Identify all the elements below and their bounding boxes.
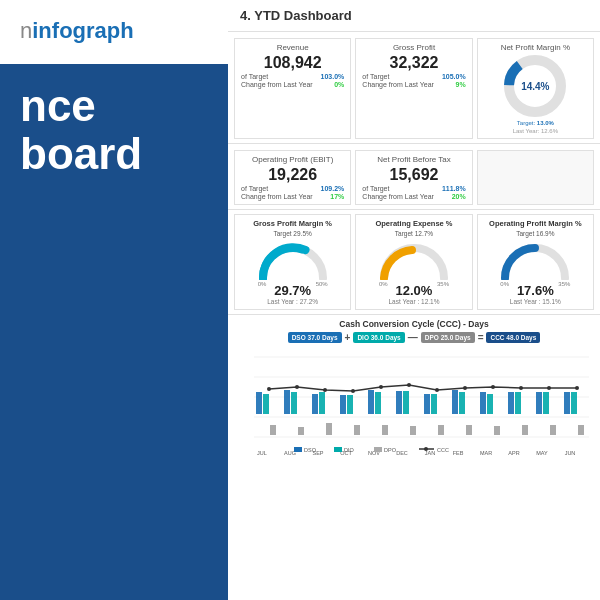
svg-text:DPO: DPO (384, 447, 397, 453)
kpi-net-profit-margin: Net Profit Margin % 14.4% Target: 13.0% … (477, 38, 594, 139)
svg-rect-33 (494, 426, 500, 435)
svg-rect-16 (340, 395, 346, 414)
svg-rect-37 (536, 392, 542, 414)
svg-text:APR: APR (508, 450, 519, 456)
subtitle2: board (20, 130, 208, 178)
svg-point-43 (267, 387, 271, 391)
svg-rect-28 (452, 390, 458, 414)
kpi-row-1: Revenue 108,942 of Target 103.0% Change … (228, 32, 600, 144)
gauge-opm: Operating Profit Margin % Target 16.9% 0… (477, 214, 594, 310)
kpi-revenue-sub: of Target 103.0% (241, 73, 344, 80)
svg-text:JUN: JUN (565, 450, 576, 456)
badge-dpo: DPO 25.0 Days (421, 332, 475, 343)
logo-area: ninfograph (0, 0, 228, 54)
svg-rect-29 (459, 392, 465, 414)
left-panel: ninfograph nce board (0, 0, 228, 600)
kpi-revenue-title: Revenue (241, 43, 344, 52)
right-panel: 4. YTD Dashboard Revenue 108,942 of Targ… (228, 0, 600, 600)
svg-rect-14 (319, 392, 325, 414)
svg-rect-32 (487, 394, 493, 414)
donut-chart: 14.4% (503, 54, 567, 118)
svg-rect-11 (291, 392, 297, 414)
subtitle1: nce (20, 82, 208, 130)
svg-rect-23 (403, 391, 409, 414)
svg-text:MAR: MAR (480, 450, 492, 456)
kpi-npt-value: 15,692 (362, 166, 465, 184)
svg-rect-40 (564, 392, 570, 414)
svg-point-47 (379, 385, 383, 389)
svg-rect-10 (284, 390, 290, 414)
svg-point-48 (407, 383, 411, 387)
svg-rect-20 (375, 392, 381, 414)
kpi-ebit: Operating Profit (EBIT) 19,226 of Target… (234, 150, 351, 205)
kpi-gross-profit: Gross Profit 32,322 of Target 105.0% Cha… (355, 38, 472, 139)
svg-rect-71 (374, 447, 382, 452)
svg-text:CCC: CCC (437, 447, 449, 453)
ccc-title: Cash Conversion Cycle (CCC) - Days (234, 319, 594, 329)
svg-rect-31 (480, 392, 486, 414)
svg-rect-26 (431, 394, 437, 414)
svg-text:FEB: FEB (453, 450, 464, 456)
svg-point-46 (351, 389, 355, 393)
svg-text:MAY: MAY (536, 450, 548, 456)
svg-rect-38 (543, 392, 549, 414)
kpi-net-profit-tax: Net Profit Before Tax 15,692 of Target 1… (355, 150, 472, 205)
kpi-ebit-value: 19,226 (241, 166, 344, 184)
kpi-revenue: Revenue 108,942 of Target 103.0% Change … (234, 38, 351, 139)
gauge-opex: Operating Expense % Target 12.7% 0% 35% … (355, 214, 472, 310)
ccc-chart-svg: JUL AUG SEP OCT NOV DEC JAN FEB MAR APR … (234, 347, 594, 457)
svg-rect-42 (578, 425, 584, 435)
kpi-npt-title: Net Profit Before Tax (362, 155, 465, 164)
kpi-ebit-title: Operating Profit (EBIT) (241, 155, 344, 164)
svg-rect-12 (298, 427, 304, 435)
svg-rect-36 (522, 425, 528, 435)
svg-rect-21 (382, 425, 388, 435)
svg-point-74 (424, 447, 428, 451)
svg-rect-22 (396, 391, 402, 414)
svg-rect-19 (368, 390, 374, 414)
svg-rect-9 (270, 425, 276, 435)
ccc-chart: JUL AUG SEP OCT NOV DEC JAN FEB MAR APR … (234, 347, 594, 457)
svg-rect-69 (334, 447, 342, 452)
svg-rect-15 (326, 423, 332, 435)
svg-rect-25 (424, 394, 430, 414)
svg-text:DIO: DIO (344, 447, 355, 453)
svg-rect-17 (347, 395, 353, 414)
dashboard-header: 4. YTD Dashboard (228, 0, 600, 32)
blue-block: nce board (0, 64, 228, 600)
net-margin-title: Net Profit Margin % (501, 43, 570, 52)
svg-point-53 (547, 386, 551, 390)
svg-rect-67 (294, 447, 302, 452)
svg-rect-39 (550, 425, 556, 435)
kpi-row-2: Operating Profit (EBIT) 19,226 of Target… (228, 144, 600, 210)
badge-ccc: CCC 48.0 Days (486, 332, 540, 343)
kpi-gross-value: 32,322 (362, 54, 465, 72)
svg-rect-24 (410, 426, 416, 435)
svg-rect-30 (466, 425, 472, 435)
svg-point-49 (435, 388, 439, 392)
svg-rect-7 (256, 392, 262, 414)
gauge-opm-svg (500, 240, 570, 280)
svg-point-45 (323, 388, 327, 392)
kpi-gross-title: Gross Profit (362, 43, 465, 52)
svg-point-50 (463, 386, 467, 390)
svg-point-52 (519, 386, 523, 390)
svg-text:JUL: JUL (257, 450, 267, 456)
svg-rect-13 (312, 394, 318, 414)
svg-rect-35 (515, 392, 521, 414)
badge-dio: DIO 36.0 Days (353, 332, 404, 343)
svg-point-54 (575, 386, 579, 390)
ccc-section: Cash Conversion Cycle (CCC) - Days DSO 3… (228, 315, 600, 600)
svg-text:DSO: DSO (304, 447, 317, 453)
gauge-row: Gross Profit Margin % Target 29.5% 0% 50… (228, 210, 600, 315)
svg-text:DEC: DEC (396, 450, 408, 456)
svg-rect-41 (571, 392, 577, 414)
svg-rect-18 (354, 425, 360, 435)
svg-point-51 (491, 385, 495, 389)
svg-rect-27 (438, 425, 444, 435)
badge-dso: DSO 37.0 Days (288, 332, 342, 343)
gauge-gpm-svg (258, 240, 328, 280)
kpi-revenue-value: 108,942 (241, 54, 344, 72)
svg-point-44 (295, 385, 299, 389)
logo: ninfograph (20, 18, 208, 44)
